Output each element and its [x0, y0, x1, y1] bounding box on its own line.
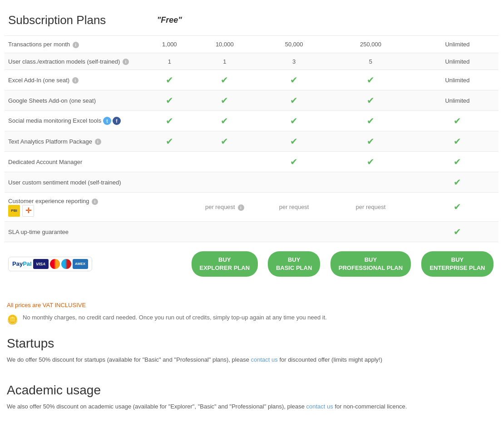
explorer-buy-cell: BUYEXPLORER PLAN — [186, 242, 263, 286]
feature-label-cell-8: Customer experience reporting iPBI✛ — [5, 193, 153, 222]
check-icon: ✔ — [290, 157, 298, 167]
card-icons: VISA AMEX — [33, 259, 88, 269]
check-icon: ✔ — [290, 75, 298, 85]
feature-value-1-1: 1 — [186, 53, 263, 70]
check-icon: ✔ — [367, 136, 375, 146]
feature-value-2-0: ✔ — [153, 70, 186, 90]
feature-value-8-2: per request — [263, 193, 325, 222]
value-text: Unlimited — [445, 77, 469, 84]
free-buy-cell — [153, 242, 186, 286]
startups-text: We do offer 50% discount for startups (a… — [7, 355, 496, 365]
check-icon: ✔ — [454, 157, 461, 167]
plan-header-free: "Free" — [153, 5, 186, 36]
info-icon-2[interactable]: i — [72, 77, 79, 84]
feature-label-5: Text Analytics Platform Package i — [8, 138, 101, 145]
check-icon: ✔ — [290, 95, 298, 105]
info-icon-0[interactable]: i — [73, 42, 79, 48]
info-icon-8[interactable]: i — [92, 199, 98, 205]
check-icon: ✔ — [454, 177, 461, 187]
value-text: 50,000 — [285, 41, 303, 48]
feature-label-2: Excel Add-In (one seat) i — [8, 77, 79, 84]
basic-buy-cell: BUYBASIC PLAN — [263, 242, 325, 286]
academic-contact-link[interactable]: contact us — [306, 403, 333, 410]
wallet-icon: 🪙 — [7, 314, 18, 325]
check-icon: ✔ — [367, 157, 375, 167]
professional-price-value: $140 — [360, 20, 381, 30]
feature-value-0-0: 1,000 — [153, 36, 186, 53]
feature-label-1: User class./extraction models (self-trai… — [8, 58, 129, 65]
paypal-text: PayPal — [12, 260, 32, 267]
subscription-title: Subscription Plans — [8, 13, 149, 27]
feature-value-1-4: Unlimited — [416, 53, 498, 70]
feature-label-cell-5: Text Analytics Platform Package i — [5, 131, 153, 152]
feature-value-6-2: ✔ — [263, 152, 325, 172]
feature-row-2: Excel Add-In (one seat) i✔✔✔✔Unlimited — [5, 70, 498, 90]
per-request-label: per request — [356, 204, 386, 210]
startups-contact-link[interactable]: contact us — [251, 356, 278, 363]
buy-enterprise-button[interactable]: BUYENTERPRISE PLAN — [421, 251, 493, 277]
page-container: Subscription Plans "Free" "Explorer" onl… — [0, 0, 503, 425]
feature-label-cell-6: Dedicated Account Manager — [5, 152, 153, 172]
info-icon-5[interactable]: i — [95, 139, 101, 145]
check-icon: ✔ — [454, 202, 461, 212]
check-icon: ✔ — [166, 116, 173, 126]
value-text: 1 — [168, 58, 171, 65]
feature-label-4: Social media monitoring Excel tools tf — [8, 117, 121, 124]
explorer-price-value: $27 — [224, 20, 239, 30]
feature-value-7-3 — [325, 172, 416, 193]
value-text: Unlimited — [445, 97, 469, 104]
enterprise-plan-price: from $351 month — [420, 22, 495, 30]
feature-value-4-2: ✔ — [263, 111, 325, 131]
feature-value-5-4: ✔ — [416, 131, 498, 152]
pricing-table: Subscription Plans "Free" "Explorer" onl… — [5, 5, 498, 286]
info-icon-1[interactable]: i — [123, 59, 129, 65]
feature-label-cell-0: Transactions per month i — [5, 36, 153, 53]
mastercard-icon — [50, 259, 60, 269]
feature-value-6-0 — [153, 152, 186, 172]
feature-row-4: Social media monitoring Excel tools tf✔✔… — [5, 111, 498, 131]
check-icon: ✔ — [221, 95, 228, 105]
feature-label-cell-9: SLA up-time guarantee — [5, 221, 153, 242]
buy-buttons-row: PayPal VISA AMEX BUYEXPLORER PLAN — [5, 242, 498, 286]
feature-label-cell-3: Google Sheets Add-on (one seat) — [5, 90, 153, 111]
check-icon: ✔ — [290, 116, 298, 126]
plan-header-professional: "Professional" $140 — [325, 5, 416, 36]
feature-value-9-1 — [186, 221, 263, 242]
value-text: Unlimited — [445, 41, 469, 48]
per-request-label: per request — [279, 204, 309, 210]
check-icon: ✔ — [166, 95, 173, 105]
feature-label-cell-7: User custom sentiment model (self-traine… — [5, 172, 153, 193]
feature-value-9-2 — [263, 221, 325, 242]
feature-row-5: Text Analytics Platform Package i✔✔✔✔✔ — [5, 131, 498, 152]
feature-value-3-4: Unlimited — [416, 90, 498, 111]
feature-row-8: Customer experience reporting iPBI✛per r… — [5, 193, 498, 222]
feature-value-3-2: ✔ — [263, 90, 325, 111]
feature-value-1-3: 5 — [325, 53, 416, 70]
feature-label-cell-4: Social media monitoring Excel tools tf — [5, 111, 153, 131]
academic-text-after: for non-commercial licence. — [333, 403, 407, 410]
feature-value-8-4: ✔ — [416, 193, 498, 222]
powerbi-icon: PBI — [8, 205, 20, 217]
feature-value-0-2: 50,000 — [263, 36, 325, 53]
buy-explorer-button[interactable]: BUYEXPLORER PLAN — [192, 251, 258, 277]
buy-professional-button[interactable]: BUYPROFESSIONAL PLAN — [330, 251, 411, 277]
feature-value-7-2 — [263, 172, 325, 193]
professional-plan-name: "Professional" — [329, 9, 413, 19]
explorer-plan-price: only $27 — [190, 20, 259, 31]
feature-value-2-2: ✔ — [263, 70, 325, 90]
feature-value-6-1 — [186, 152, 263, 172]
feature-label-3: Google Sheets Add-on (one seat) — [8, 97, 96, 104]
check-icon: ✔ — [367, 75, 375, 85]
feature-value-3-3: ✔ — [325, 90, 416, 111]
feature-value-2-3: ✔ — [325, 70, 416, 90]
buy-basic-button[interactable]: BUYBASIC PLAN — [268, 251, 320, 277]
feature-value-4-4: ✔ — [416, 111, 498, 131]
per-request-info-icon[interactable]: i — [238, 204, 244, 211]
feature-value-8-1: per request i — [186, 193, 263, 222]
paypal-badge: PayPal VISA AMEX — [8, 257, 92, 271]
enterprise-buy-cell: BUYENTERPRISE PLAN — [416, 242, 498, 286]
feature-value-7-0 — [153, 172, 186, 193]
feature-value-8-0 — [153, 193, 186, 222]
feature-value-5-3: ✔ — [325, 131, 416, 152]
check-icon: ✔ — [221, 116, 228, 126]
